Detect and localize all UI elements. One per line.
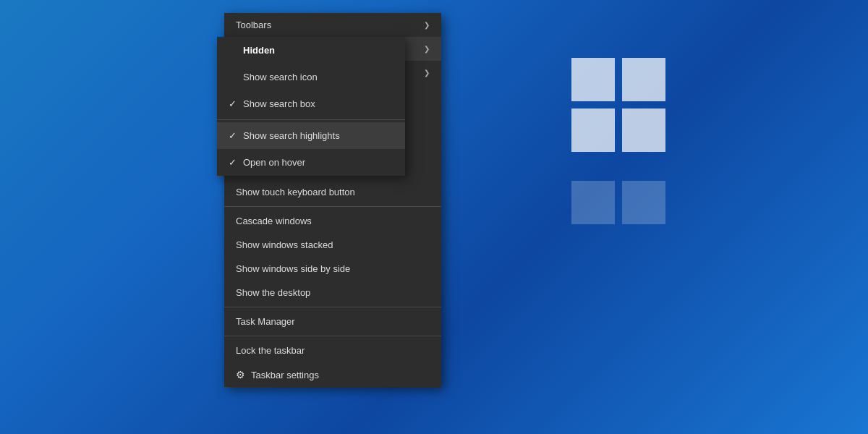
windows-logo [571,58,665,152]
menu-item-label: Task Manager [236,316,295,327]
menu-item-label: Taskbar settings [251,370,319,380]
menu-item-cascade[interactable]: Cascade windows [224,209,441,233]
menu-item-label: Lock the taskbar [236,345,305,356]
submenu-item-showicon[interactable]: Show search icon [217,64,405,90]
submenu-arrow-icon: ❯ [424,21,430,29]
submenu-item-label: Hidden [243,45,275,56]
menu-divider [224,307,441,307]
windows-logo-reflection [571,159,665,224]
menu-item-label: Cascade windows [236,216,312,226]
submenu-arrow-icon: ❯ [424,45,430,53]
check-icon: ✓ [229,157,243,168]
menu-item-label: Show the desktop [236,287,310,298]
gear-icon: ⚙ [236,369,245,380]
menu-item-desktop[interactable]: Show the desktop [224,281,441,305]
submenu-item-label: Open on hover [243,157,305,168]
menu-divider [224,336,441,336]
search-submenu: HiddenShow search icon✓Show search box✓S… [217,37,405,176]
menu-item-locktaskbar[interactable]: Lock the taskbar [224,339,441,362]
submenu-item-showhighlights[interactable]: ✓Show search highlights [217,122,405,149]
submenu-item-label: Show search icon [243,72,318,82]
submenu-arrow-icon: ❯ [424,69,430,77]
menu-item-label: Show windows side by side [236,263,350,274]
check-icon: ✓ [229,130,243,141]
submenu-item-label: Show search box [243,98,315,109]
menu-item-keyboard[interactable]: Show touch keyboard button [224,180,441,204]
submenu-item-hidden[interactable]: Hidden [217,37,405,64]
menu-item-stacked[interactable]: Show windows stacked [224,233,441,257]
menu-divider [224,206,441,207]
submenu-divider [217,119,405,120]
menu-item-settings[interactable]: ⚙Taskbar settings [224,362,441,387]
menu-item-label: Toolbars [236,20,271,30]
menu-item-toolbars[interactable]: Toolbars❯ [224,13,441,37]
menu-item-sidebyside[interactable]: Show windows side by side [224,257,441,281]
menu-item-label: Show touch keyboard button [236,187,355,197]
desktop: Toolbars❯Search❯News and interests❯Show … [0,0,868,434]
submenu-item-showbox[interactable]: ✓Show search box [217,90,405,117]
check-icon: ✓ [229,98,243,109]
menu-item-label: Show windows stacked [236,239,333,250]
submenu-item-openonhover[interactable]: ✓Open on hover [217,149,405,176]
submenu-item-label: Show search highlights [243,130,340,141]
menu-item-taskmanager[interactable]: Task Manager [224,310,441,333]
